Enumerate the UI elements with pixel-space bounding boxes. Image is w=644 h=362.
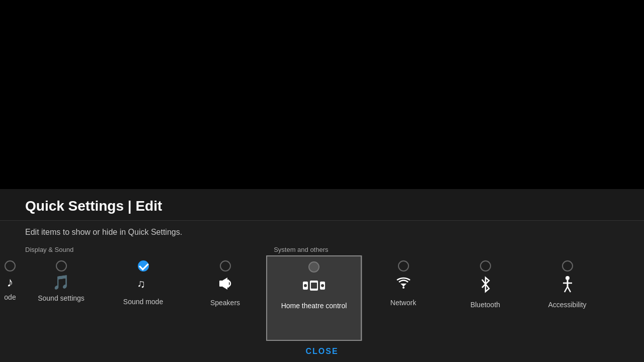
speakers-icon (217, 276, 233, 294)
sound-settings-label: Sound settings (38, 294, 85, 303)
display-sound-label: Display & Sound (25, 246, 73, 253)
svg-point-9 (304, 284, 307, 287)
home-theatre-label: Home theatre control (281, 301, 347, 310)
video-area (0, 0, 644, 196)
accessibility-radio (562, 260, 573, 272)
speakers-radio (220, 260, 231, 272)
svg-line-17 (568, 287, 571, 292)
svg-point-12 (403, 287, 405, 289)
speakers-item[interactable]: Speakers (184, 255, 266, 341)
network-icon (395, 276, 412, 294)
home-theatre-icon (302, 277, 326, 297)
svg-text:♫: ♫ (137, 278, 145, 290)
bluetooth-icon (478, 276, 493, 296)
accessibility-item[interactable]: Accessibility (526, 255, 608, 341)
section-labels-row: Display & Sound System and others (0, 242, 644, 255)
sound-mode-partial-radio (5, 260, 16, 272)
bottom-panel: Quick Settings | Edit Edit items to show… (0, 189, 644, 362)
sound-settings-radio (56, 260, 67, 272)
network-radio (398, 260, 409, 272)
sound-settings-icon: 🎵 (52, 276, 70, 290)
sound-settings-item[interactable]: 🎵 Sound settings (20, 255, 102, 341)
sound-mode-label: Sound mode (123, 297, 163, 306)
system-others-label: System and others (274, 246, 328, 253)
accessibility-icon (559, 276, 576, 296)
title-area: Quick Settings | Edit (0, 189, 644, 221)
sound-mode-partial-item[interactable]: ♪ ode (0, 255, 20, 341)
bluetooth-label: Bluetooth (470, 300, 500, 309)
network-item[interactable]: Network (362, 255, 444, 341)
sound-mode-icon: ♫ (136, 276, 151, 293)
sound-mode-item[interactable]: ♫ Sound mode (102, 255, 184, 341)
network-label: Network (390, 298, 416, 307)
svg-rect-6 (311, 283, 317, 289)
home-theatre-item[interactable]: Home theatre control (266, 255, 362, 341)
svg-point-13 (566, 276, 570, 280)
home-theatre-radio (308, 261, 319, 273)
subtitle-text: Edit items to show or hide in Quick Sett… (25, 228, 619, 237)
subtitle-area: Edit items to show or hide in Quick Sett… (0, 221, 644, 242)
bluetooth-radio (480, 260, 491, 272)
page-title: Quick Settings | Edit (25, 198, 619, 214)
sound-mode-partial-icon: ♪ (7, 276, 14, 289)
sound-mode-partial-label: ode (4, 293, 16, 302)
accessibility-label: Accessibility (548, 300, 586, 309)
bluetooth-item[interactable]: Bluetooth (444, 255, 526, 341)
items-row: ♪ ode 🎵 Sound settings ♫ Sound mode (0, 255, 644, 341)
close-button-area[interactable]: CLOSE (0, 341, 644, 362)
svg-line-16 (565, 287, 568, 292)
close-button[interactable]: CLOSE (305, 347, 338, 356)
speakers-label: Speakers (210, 298, 240, 307)
svg-rect-1 (219, 281, 222, 287)
svg-point-10 (321, 284, 324, 287)
svg-marker-11 (400, 284, 407, 287)
sound-mode-radio (138, 260, 149, 272)
